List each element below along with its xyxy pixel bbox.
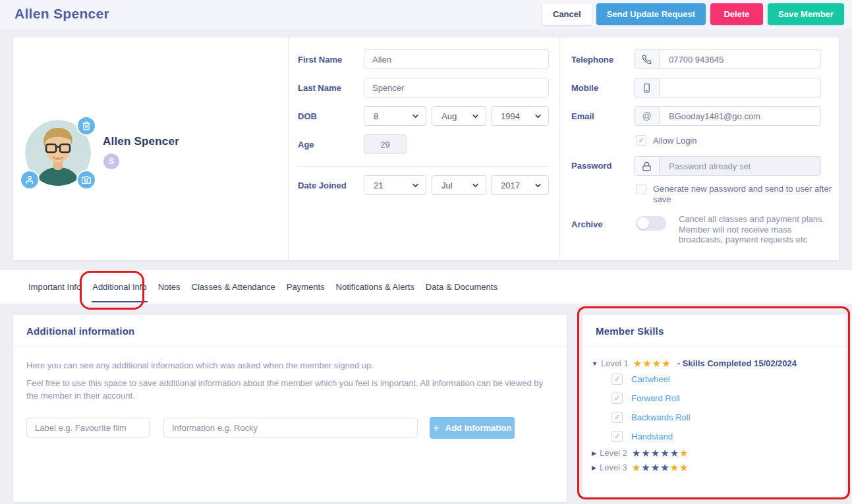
- chevron-down-icon: [534, 112, 542, 121]
- star-icon: ★: [670, 448, 679, 458]
- forward-roll-label[interactable]: Forward Roll: [631, 393, 680, 403]
- dob-month-select[interactable]: Aug: [432, 106, 486, 126]
- skill-row-forward-roll: ✓ Forward Roll: [611, 393, 680, 404]
- star-icon: ★: [679, 448, 689, 458]
- skill-row-handstand: ✓ Handstand: [611, 431, 673, 442]
- save-member-button[interactable]: Save Member: [768, 3, 844, 25]
- generate-password-checkbox[interactable]: ✓: [636, 184, 646, 194]
- allow-login-checkbox[interactable]: ✓: [636, 135, 646, 146]
- column-divider: [288, 38, 289, 260]
- archive-toggle[interactable]: [636, 216, 666, 231]
- chevron-down-icon: [411, 181, 420, 190]
- star-icon: ★: [642, 358, 652, 368]
- star-icon: ★: [641, 448, 650, 458]
- profile-card: Allen Spencer S First Name Last Name DOB…: [13, 38, 839, 260]
- additional-information-title: Additional information: [13, 315, 567, 347]
- telephone-input[interactable]: [660, 50, 820, 69]
- backwards-roll-checkbox[interactable]: ✓: [611, 412, 623, 423]
- send-update-request-button[interactable]: Send Update Request: [596, 3, 706, 25]
- mobile-label: Mobile: [571, 83, 598, 93]
- telephone-label: Telephone: [571, 55, 613, 65]
- mobile-input[interactable]: [660, 78, 820, 97]
- star-icon: ★: [679, 462, 689, 472]
- first-name-input[interactable]: [364, 50, 548, 69]
- tab-additional-info[interactable]: Additional Info: [92, 282, 147, 292]
- last-name-field-box: [364, 78, 549, 98]
- handstand-label[interactable]: Handstand: [631, 432, 673, 441]
- label-field-box: [26, 418, 150, 437]
- mobile-field-box: [634, 78, 821, 98]
- password-field-box: [634, 156, 821, 176]
- skill-level-1-row[interactable]: ▼ Level 1 ★★★★ - Skills Completed 15/02/…: [592, 358, 797, 368]
- tab-notifications-alerts[interactable]: Notifications & Alerts: [335, 282, 415, 292]
- information-input[interactable]: [164, 418, 417, 437]
- dob-day-select[interactable]: 8: [364, 106, 426, 126]
- email-field-box: @: [634, 106, 821, 126]
- date-joined-month-select[interactable]: Jul: [432, 175, 486, 195]
- star-icon: ★: [641, 462, 650, 472]
- star-icon: ★: [660, 462, 669, 472]
- label-input[interactable]: [27, 418, 149, 437]
- tab-payments[interactable]: Payments: [286, 282, 326, 292]
- cartwheel-checkbox[interactable]: ✓: [611, 374, 623, 385]
- date-joined-year-value: 2017: [501, 181, 520, 190]
- star-icon: ★: [652, 358, 662, 368]
- first-name-field-box: [364, 49, 549, 69]
- expand-triangle-icon: ▶: [592, 464, 596, 471]
- additional-info-paragraph-1: Here you can see any additional informat…: [26, 360, 554, 372]
- add-information-button[interactable]: + Add information: [430, 417, 515, 439]
- password-input[interactable]: [660, 157, 820, 175]
- toggle-knob: [637, 217, 649, 229]
- backwards-roll-label[interactable]: Backwards Roll: [631, 412, 691, 422]
- star-icon: ★: [633, 358, 642, 368]
- avatar: [25, 120, 91, 186]
- handstand-checkbox[interactable]: ✓: [611, 431, 623, 442]
- chevron-down-icon: [471, 181, 480, 190]
- skill-level-3-row[interactable]: ▶ Level 3 ★★★★★★: [592, 462, 689, 472]
- upload-photo-button[interactable]: [76, 170, 96, 190]
- email-input[interactable]: [660, 107, 820, 125]
- cancel-button[interactable]: Cancel: [542, 3, 592, 25]
- lock-icon: [635, 157, 660, 175]
- last-name-label: Last Name: [298, 83, 341, 93]
- skill-row-backwards-roll: ✓ Backwards Roll: [611, 412, 691, 423]
- expand-triangle-icon: ▶: [592, 450, 596, 457]
- archive-description: Cancel all classes and payment plans. Me…: [679, 214, 832, 245]
- top-bar: Allen Spencer Cancel Send Update Request…: [0, 0, 852, 29]
- forward-roll-checkbox[interactable]: ✓: [611, 393, 623, 404]
- date-joined-year-select[interactable]: 2017: [491, 175, 549, 195]
- star-icon: ★: [632, 448, 641, 458]
- date-joined-label: Date Joined: [298, 181, 347, 190]
- camera-icon: [82, 175, 91, 184]
- allow-login-label: Allow Login: [653, 136, 697, 146]
- tab-notes[interactable]: Notes: [157, 282, 181, 292]
- tab-classes-attendance[interactable]: Classes & Attendance: [191, 282, 276, 292]
- delete-photo-button[interactable]: [76, 116, 96, 136]
- dob-day-value: 8: [374, 111, 378, 121]
- star-icon: ★: [660, 448, 669, 458]
- last-name-input[interactable]: [364, 78, 548, 97]
- star-icon: ★: [651, 448, 660, 458]
- at-icon: @: [635, 107, 660, 125]
- tab-important-info[interactable]: Important Info: [28, 282, 82, 292]
- level-3-label: Level 3: [600, 462, 627, 472]
- date-joined-day-select[interactable]: 21: [364, 175, 426, 195]
- dob-year-select[interactable]: 1994: [491, 106, 549, 126]
- cartwheel-label[interactable]: Cartwheel: [631, 374, 670, 384]
- tab-data-documents[interactable]: Data & Documents: [425, 282, 498, 292]
- date-joined-day-value: 21: [374, 181, 383, 190]
- skill-level-2-row[interactable]: ▶ Level 2 ★★★★★★: [592, 448, 689, 458]
- phone-icon: [635, 50, 660, 69]
- level-2-stars: ★★★★★★: [632, 448, 689, 458]
- column-divider: [559, 38, 560, 260]
- member-initial-badge: S: [103, 154, 119, 169]
- user-icon: [25, 175, 34, 184]
- trash-icon: [82, 121, 91, 130]
- change-avatar-button[interactable]: [20, 170, 40, 190]
- star-icon: ★: [651, 462, 660, 472]
- dob-month-value: Aug: [441, 111, 457, 121]
- mobile-icon: [635, 78, 660, 97]
- section-divider: [298, 166, 549, 167]
- collapse-triangle-icon: ▼: [592, 360, 598, 367]
- delete-button[interactable]: Delete: [710, 3, 763, 25]
